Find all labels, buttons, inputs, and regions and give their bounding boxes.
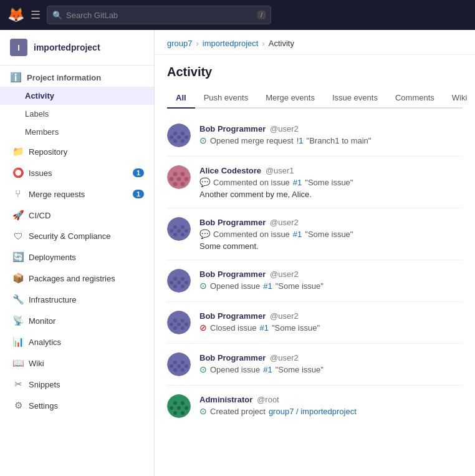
svg-point-47 [185,364,188,368]
issue-link[interactable]: #1 [293,178,302,187]
analytics-icon: 📊 [12,336,24,347]
svg-point-9 [173,172,178,177]
breadcrumb-current: Activity [269,39,294,48]
activity-user[interactable]: Alice Codestore [199,166,261,175]
svg-point-49 [173,401,177,405]
tab-issue-events[interactable]: Issue events [324,88,386,109]
comment-icon: 💬 [199,177,210,187]
activity-user[interactable]: Bob Programmer [199,218,266,227]
activity-list: Bob Programmer @user2 ⊙ Opened merge req… [155,109,475,433]
infrastructure-icon: 🔧 [12,294,24,305]
activity-user[interactable]: Bob Programmer [199,353,266,362]
action-text: Commented on issue [213,230,290,239]
sidebar-item-cicd[interactable]: 🚀 CI/CD [0,205,154,226]
merge-request-link[interactable]: !1 [297,136,304,145]
activity-body: Bob Programmer @user2 ⊙ Opened merge req… [199,124,463,145]
svg-point-50 [181,401,185,405]
svg-point-23 [185,229,188,233]
issue-link[interactable]: #1 [293,230,302,239]
svg-point-41 [173,361,177,364]
sidebar-item-snippets-label: Snippets [29,380,60,389]
svg-point-20 [173,233,177,236]
activity-action: ⊙ Opened merge request !1 "Branch1 to ma… [199,135,463,145]
issue-open-icon: ⊙ [199,281,207,291]
project-link[interactable]: group7 / importedproject [269,407,357,416]
tab-push-events[interactable]: Push events [195,88,257,109]
activity-handle: @user2 [270,124,299,134]
sidebar-item-snippets[interactable]: ✂ Snippets [0,374,154,395]
sidebar-item-activity[interactable]: Activity [0,87,154,105]
svg-point-28 [173,284,177,288]
svg-point-52 [173,411,177,415]
action-suffix: "Some issue" [305,230,353,239]
sidebar-item-security[interactable]: 🛡 Security & Compliance [0,226,154,246]
activity-meta: Bob Programmer @user2 [199,311,463,321]
main-content: group7 › importedproject › Activity Acti… [155,30,475,476]
search-input[interactable] [66,11,254,20]
monitor-icon: 📡 [12,315,24,326]
avatar [167,217,191,241]
sidebar-item-repository[interactable]: 📁 Repository [0,141,154,162]
tab-comments[interactable]: Comments [386,88,443,109]
breadcrumb-importedproject[interactable]: importedproject [203,39,259,48]
top-navigation: 🦊 ☰ 🔍 / [0,0,475,30]
sidebar-item-members[interactable]: Members [0,123,154,141]
sidebar-item-repository-label: Repository [29,147,67,157]
sidebar-section-project-info[interactable]: ℹ️ Project information [0,66,154,87]
breadcrumb-group7[interactable]: group7 [167,39,192,48]
issue-link[interactable]: #1 [259,323,268,333]
tab-merge-events[interactable]: Merge events [257,88,324,109]
svg-point-2 [181,132,185,135]
activity-body: Bob Programmer @user2 ⊙ Opened issue #1 … [199,352,463,374]
activity-handle: @user2 [270,270,299,279]
activity-body: Bob Programmer @user2 💬 Commented on iss… [199,217,463,251]
sidebar: I importedproject ℹ️ Project information… [0,30,155,476]
svg-point-21 [181,233,185,236]
svg-point-31 [185,281,188,284]
activity-item: Bob Programmer @user2 💬 Commented on iss… [167,208,463,260]
sidebar-item-packages[interactable]: 📦 Packages and registries [0,268,154,289]
sidebar-item-merge-requests[interactable]: ⑂ Merge requests 1 [0,183,154,205]
activity-body: Alice Codestore @user1 💬 Commented on is… [199,165,463,199]
breadcrumb-sep-1: › [196,39,198,48]
activity-user[interactable]: Bob Programmer [199,311,266,321]
sidebar-item-issues[interactable]: ⭕ Issues 1 [0,162,154,183]
hamburger-menu-icon[interactable]: ☰ [31,8,41,22]
activity-meta: Administrator @root [199,394,463,404]
svg-point-11 [177,177,181,182]
search-bar[interactable]: 🔍 / [47,6,271,24]
activity-meta: Bob Programmer @user2 [199,124,463,134]
activity-user[interactable]: Bob Programmer [199,124,266,134]
sidebar-item-wiki[interactable]: 📖 Wiki [0,352,154,374]
issue-link[interactable]: #1 [263,281,272,291]
sidebar-item-labels[interactable]: Labels [0,105,154,123]
svg-point-45 [181,368,185,372]
svg-point-37 [181,326,185,330]
activity-action: ⊘ Closed issue #1 "Some issue" [199,323,463,333]
tab-all[interactable]: All [167,88,195,109]
activity-user[interactable]: Administrator [199,395,252,404]
activity-header: Activity [155,55,475,88]
merge-requests-badge: 1 [133,190,144,198]
svg-point-42 [181,361,185,364]
issue-link[interactable]: #1 [263,365,272,374]
sidebar-item-infrastructure[interactable]: 🔧 Infrastructure [0,289,154,310]
sidebar-item-deployments[interactable]: 🔄 Deployments [0,246,154,268]
sidebar-item-monitor[interactable]: 📡 Monitor [0,310,154,331]
tab-wiki[interactable]: Wiki [443,88,475,109]
project-header[interactable]: I importedproject [0,30,154,66]
svg-point-36 [173,326,177,330]
svg-point-22 [170,229,173,233]
avatar [167,311,191,334]
sidebar-item-settings[interactable]: ⚙ Settings [0,395,154,416]
sidebar-item-analytics[interactable]: 📊 Analytics [0,331,154,352]
action-suffix: "Some issue" [276,281,324,291]
activity-meta: Bob Programmer @user2 [199,269,463,279]
svg-point-54 [170,406,173,410]
action-text: Commented on issue [213,178,290,187]
activity-user[interactable]: Bob Programmer [199,270,266,279]
activity-body: Bob Programmer @user2 ⊙ Opened issue #1 … [199,269,463,291]
activity-meta: Bob Programmer @user2 [199,352,463,362]
svg-point-35 [177,323,181,326]
action-suffix: "Some issue" [272,323,320,333]
